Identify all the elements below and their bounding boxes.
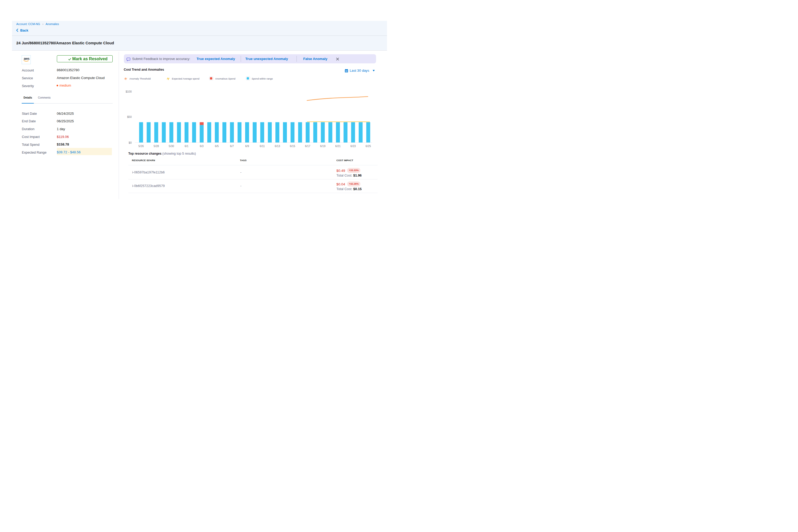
svg-text:6/17: 6/17 xyxy=(305,145,310,148)
svg-text:6/21: 6/21 xyxy=(335,145,341,148)
svg-text:6/11: 6/11 xyxy=(260,145,265,148)
svg-text:$50: $50 xyxy=(127,115,132,118)
svg-text:6/15: 6/15 xyxy=(290,145,295,148)
svg-text:$100: $100 xyxy=(126,90,132,93)
svg-text:6/9: 6/9 xyxy=(245,145,249,148)
svg-text:6/7: 6/7 xyxy=(230,145,234,148)
svg-text:6/19: 6/19 xyxy=(320,145,326,148)
svg-text:6/5: 6/5 xyxy=(215,145,219,148)
svg-text:$0: $0 xyxy=(129,141,132,144)
svg-text:6/25: 6/25 xyxy=(366,145,371,148)
svg-text:6/3: 6/3 xyxy=(200,145,204,148)
svg-text:6/23: 6/23 xyxy=(350,145,356,148)
svg-text:6/13: 6/13 xyxy=(274,145,280,148)
svg-text:5/26: 5/26 xyxy=(138,145,144,148)
svg-text:6/1: 6/1 xyxy=(185,145,189,148)
svg-text:5/28: 5/28 xyxy=(154,145,159,148)
svg-text:5/30: 5/30 xyxy=(169,145,174,148)
